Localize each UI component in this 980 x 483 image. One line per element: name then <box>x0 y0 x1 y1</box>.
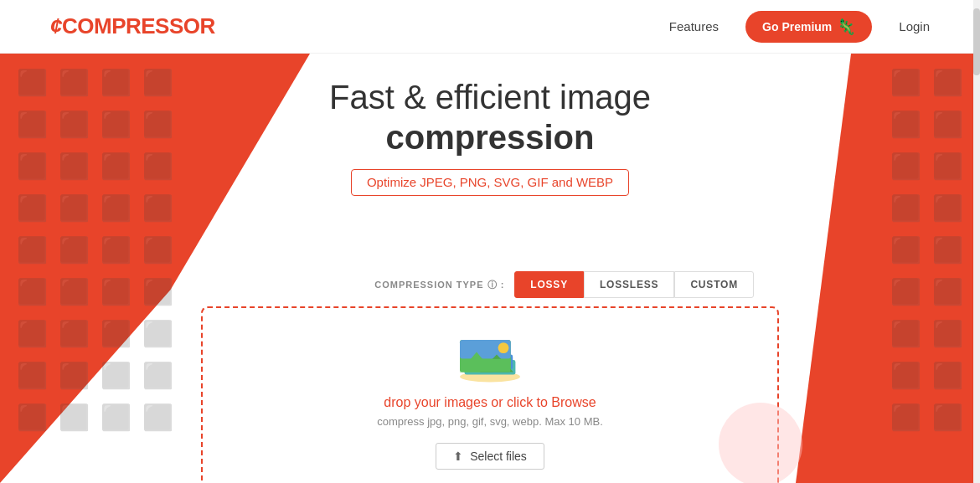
logo-c-letter: ¢ <box>50 13 62 39</box>
compression-options: LOSSY LOSSLESS CUSTOM <box>514 271 754 298</box>
navbar: ¢COMPRESSOR Features Go Premium 🦎 Login <box>0 0 980 54</box>
features-link[interactable]: Features <box>669 19 719 33</box>
go-premium-button[interactable]: Go Premium 🦎 <box>745 11 872 43</box>
hero-title-bold: compression <box>386 119 595 156</box>
svg-rect-8 <box>460 358 511 372</box>
lossy-button[interactable]: LOSSY <box>514 271 584 298</box>
hero-subtitle: Optimize JPEG, PNG, SVG, GIF and WEBP <box>367 175 613 189</box>
logo[interactable]: ¢COMPRESSOR <box>50 13 215 39</box>
lossless-button[interactable]: LOSSLESS <box>584 271 674 298</box>
premium-emoji: 🦎 <box>837 18 855 36</box>
logo-text: COMPRESSOR <box>62 13 215 39</box>
hero-subtitle-box: Optimize JPEG, PNG, SVG, GIF and WEBP <box>351 169 629 196</box>
svg-point-5 <box>498 342 509 353</box>
custom-button[interactable]: CUSTOM <box>674 271 754 298</box>
main-area: ⬛ ⬛ ⬛ ⬛ ⬛ ⬛ ⬛ ⬛ ⬛ ⬛ ⬛ ⬛ ⬛ ⬛ ⬛ ⬛ ⬛ ⬛ ⬛ ⬛ … <box>0 54 980 483</box>
compression-type-bar: COMPRESSION TYPE ⓘ : LOSSY LOSSLESS CUST… <box>374 271 754 298</box>
drop-text: drop your images or click to Browse <box>384 395 596 410</box>
drop-subtext: compress jpg, png, gif, svg, webp. Max 1… <box>377 415 603 428</box>
upload-file-icon: ⬆ <box>453 450 463 463</box>
hero-title-line1: Fast & efficient image <box>329 79 651 116</box>
pink-circle-decoration <box>719 403 802 483</box>
nav-right: Features Go Premium 🦎 Login <box>669 11 930 43</box>
dropzone[interactable]: drop your images or click to Browse comp… <box>201 306 779 483</box>
hero-title: Fast & efficient image compression <box>329 77 651 157</box>
scrollbar[interactable] <box>973 0 980 483</box>
scrollbar-thumb[interactable] <box>973 8 980 75</box>
compression-label: COMPRESSION TYPE ⓘ : <box>374 279 504 291</box>
select-files-label: Select files <box>470 450 527 463</box>
premium-label: Go Premium <box>762 20 832 33</box>
select-files-button[interactable]: ⬆ Select files <box>436 443 544 470</box>
login-link[interactable]: Login <box>899 19 930 33</box>
upload-icon <box>456 333 524 383</box>
content-center: Fast & efficient image compression Optim… <box>0 54 980 483</box>
